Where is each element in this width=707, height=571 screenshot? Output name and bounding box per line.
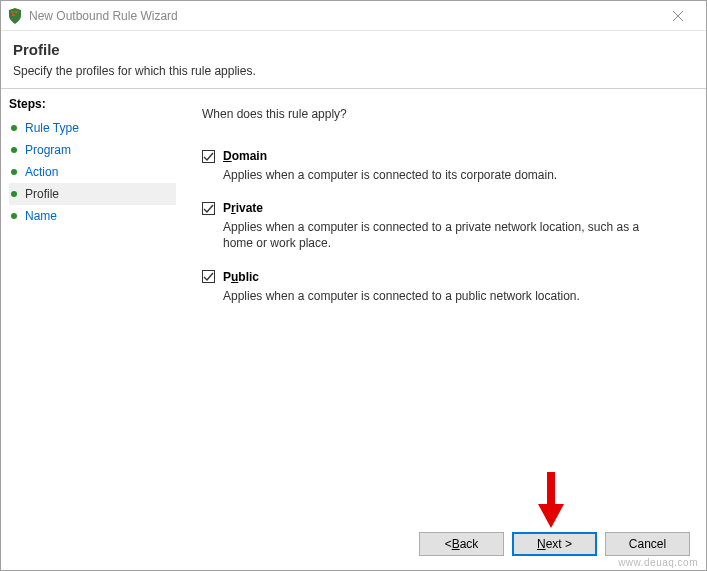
content-panel: When does this rule apply? Domain Applie… <box>176 89 706 570</box>
firewall-icon <box>7 8 23 24</box>
option-desc-private: Applies when a computer is connected to … <box>223 219 663 251</box>
option-label-public: Public <box>223 270 259 284</box>
step-rule-type[interactable]: Rule Type <box>9 117 176 139</box>
step-action[interactable]: Action <box>9 161 176 183</box>
titlebar: New Outbound Rule Wizard <box>1 1 706 31</box>
button-row: < Back Next > Cancel <box>419 532 690 556</box>
svg-rect-0 <box>11 11 14 13</box>
svg-rect-1 <box>15 11 18 13</box>
check-icon <box>203 271 214 282</box>
check-icon <box>203 151 214 162</box>
option-public: Public Applies when a computer is connec… <box>202 270 686 304</box>
option-label-domain: Domain <box>223 149 267 163</box>
header: Profile Specify the profiles for which t… <box>1 31 706 88</box>
step-profile[interactable]: Profile <box>9 183 176 205</box>
question-text: When does this rule apply? <box>202 107 686 121</box>
svg-rect-2 <box>12 14 15 16</box>
page-title: Profile <box>13 41 694 58</box>
option-desc-public: Applies when a computer is connected to … <box>223 288 663 304</box>
step-label: Action <box>25 165 58 179</box>
option-domain: Domain Applies when a computer is connec… <box>202 149 686 183</box>
watermark: www.deuaq.com <box>618 557 698 568</box>
body: Steps: Rule Type Program Action Profile … <box>1 89 706 570</box>
back-button[interactable]: < Back <box>419 532 504 556</box>
checkbox-public[interactable] <box>202 270 215 283</box>
wizard-window: New Outbound Rule Wizard Profile Specify… <box>0 0 707 571</box>
option-private: Private Applies when a computer is conne… <box>202 201 686 251</box>
checkbox-private[interactable] <box>202 202 215 215</box>
checkbox-domain[interactable] <box>202 150 215 163</box>
steps-title: Steps: <box>9 97 176 111</box>
step-label: Rule Type <box>25 121 79 135</box>
window-title: New Outbound Rule Wizard <box>29 9 655 23</box>
bullet-icon <box>11 147 17 153</box>
step-name[interactable]: Name <box>9 205 176 227</box>
page-subtitle: Specify the profiles for which this rule… <box>13 64 694 78</box>
next-button[interactable]: Next > <box>512 532 597 556</box>
cancel-button[interactable]: Cancel <box>605 532 690 556</box>
bullet-icon <box>11 125 17 131</box>
step-program[interactable]: Program <box>9 139 176 161</box>
bullet-icon <box>11 169 17 175</box>
steps-panel: Steps: Rule Type Program Action Profile … <box>1 89 176 570</box>
step-label: Program <box>25 143 71 157</box>
bullet-icon <box>11 191 17 197</box>
close-icon <box>673 11 683 21</box>
check-icon <box>203 203 214 214</box>
step-label: Profile <box>25 187 59 201</box>
option-desc-domain: Applies when a computer is connected to … <box>223 167 663 183</box>
close-button[interactable] <box>655 2 700 30</box>
option-label-private: Private <box>223 201 263 215</box>
bullet-icon <box>11 213 17 219</box>
step-label: Name <box>25 209 57 223</box>
